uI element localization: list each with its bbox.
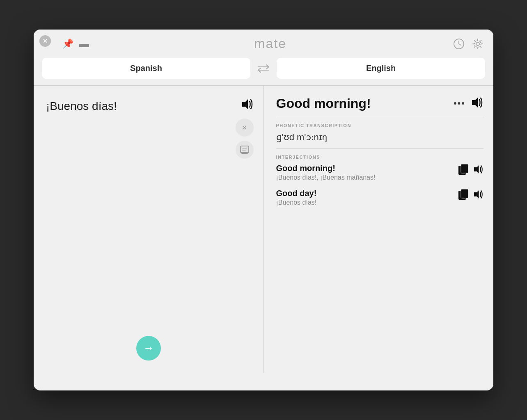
translation-icons: •••	[454, 96, 483, 111]
interjections-label: INTERJECTIONS	[276, 155, 484, 160]
interjections-divider	[276, 148, 484, 149]
copy-icon-2	[458, 189, 469, 200]
history-icon	[453, 38, 465, 50]
copy-icon-1	[458, 164, 469, 175]
more-options-button[interactable]: •••	[454, 98, 465, 109]
interjection-content-1: Good morning! ¡Buenos días!, ¡Buenas mañ…	[276, 164, 376, 181]
app-title: mate	[89, 36, 451, 51]
settings-button[interactable]	[470, 37, 485, 51]
interjection-spanish-1: ¡Buenos días!, ¡Buenas mañanas!	[276, 174, 376, 181]
phonetic-text: ɡ'ʊd m'ɔːnɪŋ	[276, 132, 484, 143]
interjection-row-2: Good day! ¡Buenos días!	[276, 189, 484, 206]
clear-button[interactable]: ✕	[236, 119, 254, 137]
left-actions: ✕	[236, 119, 254, 159]
header-right-icons	[451, 37, 485, 51]
target-language-button[interactable]: English	[277, 58, 485, 79]
speaker-icon-2	[472, 189, 483, 200]
speaker-icon-1	[472, 164, 483, 175]
interjection-content-2: Good day! ¡Buenos días!	[276, 189, 317, 206]
speaker-button-1[interactable]	[472, 164, 483, 177]
swap-languages-button[interactable]	[254, 59, 273, 78]
svg-marker-8	[474, 165, 479, 173]
svg-rect-4	[241, 146, 249, 153]
interjection-english-2: Good day!	[276, 189, 317, 198]
flashcard-icon	[240, 146, 249, 154]
right-panel: Good morning! ••• PHONETIC TRANSCRIPTION…	[264, 86, 494, 373]
pin-icon[interactable]: 📌	[62, 39, 73, 49]
header: 📌 ▬ mate	[34, 30, 493, 58]
copy-button-1[interactable]	[458, 164, 469, 177]
swap-icon	[257, 64, 270, 73]
interjection-spanish-2: ¡Buenos días!	[276, 199, 317, 206]
interjection-icons-2	[458, 189, 483, 202]
settings-icon	[472, 38, 483, 50]
translation-text: Good morning!	[276, 96, 371, 111]
copy-button-2[interactable]	[458, 189, 469, 202]
app-window: ✕ 📌 ▬ mate Spanish	[34, 30, 493, 390]
svg-marker-11	[474, 190, 479, 199]
main-content: ¡Buenos días! ✕	[34, 86, 493, 373]
translate-arrow-icon: →	[143, 342, 154, 355]
phonetic-divider	[276, 117, 484, 117]
interjection-row-1: Good morning! ¡Buenos días!, ¡Buenas mañ…	[276, 164, 484, 181]
translation-header: Good morning! •••	[276, 96, 484, 111]
close-button[interactable]: ✕	[39, 35, 51, 47]
interjection-english-1: Good morning!	[276, 164, 376, 173]
list-item: Good morning! ¡Buenos días!, ¡Buenas mañ…	[276, 164, 484, 181]
svg-point-2	[474, 41, 481, 47]
translate-button[interactable]: →	[136, 336, 161, 361]
clear-icon: ✕	[242, 124, 247, 132]
source-speaker-button[interactable]	[240, 97, 254, 114]
source-language-button[interactable]: Spanish	[42, 58, 250, 79]
language-bar: Spanish English	[34, 58, 493, 85]
list-item: Good day! ¡Buenos días!	[276, 189, 484, 206]
close-icon: ✕	[43, 38, 48, 44]
translation-speaker-button[interactable]	[470, 96, 483, 111]
phonetic-label: PHONETIC TRANSCRIPTION	[276, 123, 484, 128]
flashcard-button[interactable]	[236, 141, 254, 159]
svg-rect-10	[461, 189, 468, 198]
book-icon[interactable]: ▬	[79, 38, 89, 50]
interjection-icons-1	[458, 164, 483, 177]
svg-marker-5	[472, 98, 478, 107]
source-text: ¡Buenos días!	[46, 98, 254, 114]
svg-marker-3	[242, 99, 248, 109]
left-panel: ¡Buenos días! ✕	[34, 86, 264, 373]
translation-speaker-icon	[470, 96, 483, 110]
source-speaker-icon	[240, 97, 254, 111]
speaker-button-2[interactable]	[472, 189, 483, 202]
svg-point-1	[476, 42, 479, 46]
history-button[interactable]	[451, 37, 466, 51]
svg-rect-7	[461, 164, 468, 173]
